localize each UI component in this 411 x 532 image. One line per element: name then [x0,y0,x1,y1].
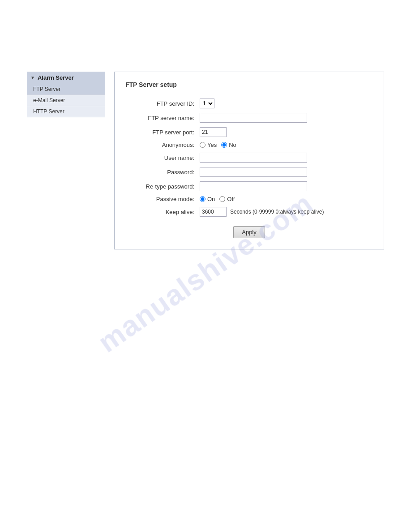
ftp-server-port-label: FTP server port: [125,125,197,139]
row-password: Password: [125,165,373,179]
keep-alive-label: Keep alive: [125,205,197,219]
form-table: FTP server ID: 1 2 3 4 FTP server name: [125,96,373,219]
passive-mode-label: Passive mode: [125,193,197,205]
anonymous-yes-label[interactable]: Yes [200,142,217,148]
sidebar: ▼ Alarm Server FTP Server e-Mail Server … [27,72,105,117]
anonymous-radio-group: Yes No [200,142,370,148]
section-title: FTP Server setup [125,81,373,88]
retype-password-field [197,179,373,193]
apply-row: Apply [125,226,373,238]
ftp-server-port-field [197,125,373,139]
ftp-server-name-field [197,111,373,125]
sidebar-title: Alarm Server [38,74,74,81]
password-label: Password: [125,165,197,179]
ftp-server-name-input[interactable] [200,113,307,123]
keep-alive-field: Seconds (0-99999 0:always keep alive) [197,205,373,219]
passive-mode-on-label[interactable]: On [200,196,215,202]
sidebar-item-email-server[interactable]: e-Mail Server [27,95,105,106]
sidebar-header[interactable]: ▼ Alarm Server [27,72,105,84]
sidebar-item-ftp-server[interactable]: FTP Server [27,84,105,95]
row-ftp-server-name: FTP server name: [125,111,373,125]
retype-password-label: Re-type password: [125,179,197,193]
ftp-server-name-label: FTP server name: [125,111,197,125]
sidebar-arrow-icon: ▼ [30,75,35,80]
keep-alive-input[interactable] [200,207,227,217]
password-input[interactable] [200,167,307,177]
password-field [197,165,373,179]
passive-mode-field: On Off [197,193,373,205]
anonymous-no-label[interactable]: No [221,142,236,148]
passive-mode-off-text: Off [227,196,235,202]
row-retype-password: Re-type password: [125,179,373,193]
passive-mode-on-text: On [207,196,215,202]
apply-button[interactable]: Apply [233,226,265,238]
anonymous-label: Anonymous: [125,139,197,150]
row-ftp-server-port: FTP server port: [125,125,373,139]
user-name-label: User name: [125,150,197,165]
row-ftp-server-id: FTP server ID: 1 2 3 4 [125,96,373,111]
anonymous-yes-text: Yes [207,142,217,148]
passive-mode-off-label[interactable]: Off [219,196,235,202]
row-passive-mode: Passive mode: On Off [125,193,373,205]
ftp-server-port-input[interactable] [200,127,227,137]
row-anonymous: Anonymous: Yes No [125,139,373,150]
keep-alive-desc: Seconds (0-99999 0:always keep alive) [230,209,324,215]
passive-mode-on-radio[interactable] [200,196,206,202]
ftp-server-id-label: FTP server ID: [125,96,197,111]
user-name-input[interactable] [200,153,307,163]
keepalive-row: Seconds (0-99999 0:always keep alive) [200,207,370,217]
anonymous-yes-radio[interactable] [200,142,206,148]
passive-mode-radio-group: On Off [200,196,370,202]
anonymous-no-text: No [229,142,236,148]
anonymous-no-radio[interactable] [221,142,227,148]
retype-password-input[interactable] [200,181,307,191]
user-name-field [197,150,373,165]
row-user-name: User name: [125,150,373,165]
main-content: FTP Server setup FTP server ID: 1 2 3 4 [114,72,384,249]
sidebar-item-http-server[interactable]: HTTP Server [27,106,105,117]
ftp-server-id-field: 1 2 3 4 [197,96,373,111]
ftp-server-id-select[interactable]: 1 2 3 4 [200,99,214,108]
passive-mode-off-radio[interactable] [219,196,225,202]
anonymous-field: Yes No [197,139,373,150]
row-keep-alive: Keep alive: Seconds (0-99999 0:always ke… [125,205,373,219]
